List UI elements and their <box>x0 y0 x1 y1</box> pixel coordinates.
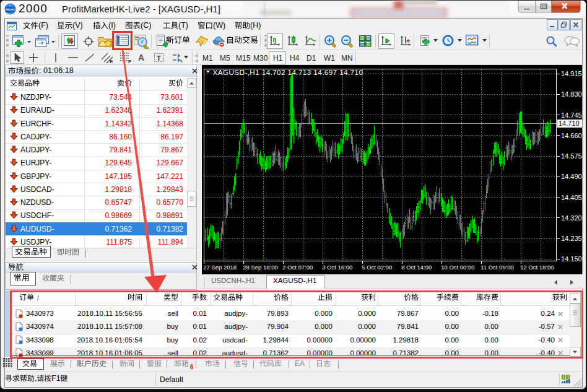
svg-text:USDCNH-,H1: USDCNH-,H1 <box>211 277 255 284</box>
svg-text:(W): (W) <box>213 21 225 30</box>
svg-text:14.150: 14.150 <box>561 255 582 263</box>
svg-text:2 Oct 07:00: 2 Oct 07:00 <box>282 264 313 271</box>
svg-text:14.320: 14.320 <box>561 214 582 222</box>
svg-text:,: , <box>35 374 37 383</box>
svg-text:14.830: 14.830 <box>561 90 582 98</box>
svg-text:14.710: 14.710 <box>559 120 580 127</box>
svg-text:5 Oct 02:00: 5 Oct 02:00 <box>362 264 392 271</box>
svg-text:(C): (C) <box>141 21 151 30</box>
svg-text:14.235: 14.235 <box>561 235 582 242</box>
svg-text:14.660: 14.660 <box>561 132 582 139</box>
svg-text:14.490: 14.490 <box>561 173 582 180</box>
svg-text:14.915: 14.915 <box>561 70 582 77</box>
svg-text:F1: F1 <box>51 374 60 383</box>
svg-text:28 Sep 18:00: 28 Sep 18:00 <box>243 264 278 271</box>
svg-text:XAGUSD-,H1: XAGUSD-,H1 <box>273 277 316 284</box>
svg-text:(F): (F) <box>38 21 48 30</box>
svg-text:(V): (V) <box>72 21 83 30</box>
svg-text:(I): (I) <box>108 21 116 30</box>
svg-text:PROFIT: PROFIT <box>6 8 15 11</box>
svg-text:14.575: 14.575 <box>561 152 582 160</box>
svg-text:14.405: 14.405 <box>561 194 582 201</box>
svg-text:3 Oct 16:00: 3 Oct 16:00 <box>322 264 352 271</box>
svg-text:EA: EA <box>295 359 305 368</box>
svg-text:XAGUSD-,H1 14.702 14.713 14.69: XAGUSD-,H1 14.702 14.713 14.697 14.710 <box>213 68 363 77</box>
svg-text:14.745: 14.745 <box>561 111 582 119</box>
svg-text:27 Sep 2018: 27 Sep 2018 <box>203 264 237 271</box>
svg-text:8 Oct 14:00: 8 Oct 14:00 <box>401 264 432 271</box>
svg-text:12 Oct 18:00: 12 Oct 18:00 <box>520 264 554 271</box>
svg-text:: 01:06:18: : 01:06:18 <box>39 66 74 75</box>
svg-text:(T): (T) <box>178 21 188 30</box>
svg-text:10 Oct 00:00: 10 Oct 00:00 <box>441 264 474 271</box>
svg-text:11 Oct 09:00: 11 Oct 09:00 <box>480 264 514 271</box>
svg-text:(H): (H) <box>250 21 261 30</box>
